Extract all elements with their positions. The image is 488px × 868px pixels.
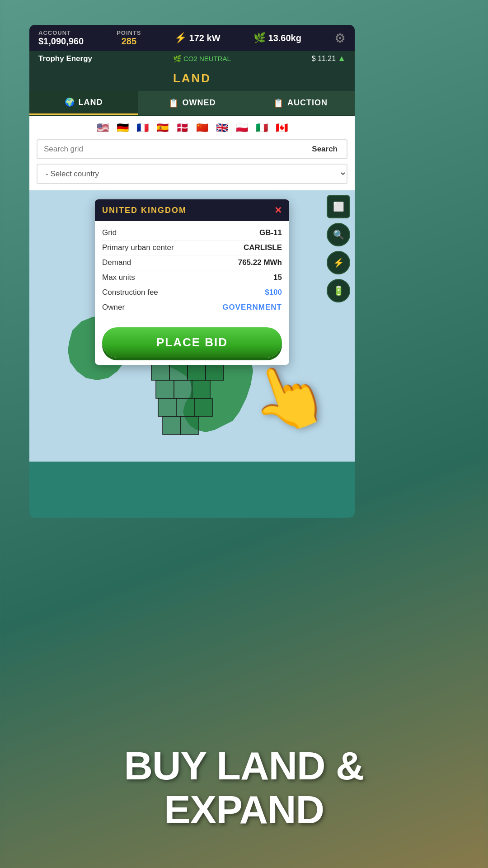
co2-section: 🌿 13.60kg	[253, 32, 301, 44]
svg-rect-45	[194, 398, 212, 416]
popup-body: Grid GB-11 Primary urban center CARLISLE…	[95, 221, 289, 322]
popup-key-maxunits: Max units	[102, 273, 135, 282]
auction-icon: 📋	[273, 98, 284, 108]
co2-neutral-label: CO2 NEUTRAL	[183, 55, 231, 62]
flag-it[interactable]: 🇮🇹	[253, 122, 270, 134]
svg-rect-36	[151, 362, 169, 380]
popup-card: UNITED KINGDOM ✕ Grid GB-11 Primary urba…	[95, 199, 289, 365]
bottom-headline-line1: BUY LAND &	[9, 744, 479, 788]
side-btn-stop[interactable]: ⬜	[327, 195, 350, 218]
map-area: UNITED KINGDOM ✕ Grid GB-11 Primary urba…	[29, 190, 355, 462]
tabs-bar: 🌍 LAND 📋 OWNED 📋 AUCTION	[29, 91, 355, 116]
popup-row-owner: Owner GOVERNMENT	[102, 300, 282, 315]
sub-status-bar: Trophy Energy 🌿 CO2 NEUTRAL $ 11.21 ▲	[29, 51, 355, 66]
country-select[interactable]: - Select country	[37, 164, 347, 184]
points-section: POINTS 285	[117, 29, 141, 47]
svg-rect-47	[181, 416, 199, 434]
power-section: ⚡ 172 kW	[174, 32, 221, 44]
popup-country-name: UNITED KINGDOM	[102, 206, 187, 215]
popup-row-fee: Construction fee $100	[102, 285, 282, 300]
flag-gb[interactable]: 🇬🇧	[214, 122, 230, 134]
svg-rect-43	[158, 398, 176, 416]
flag-fr[interactable]: 🇫🇷	[134, 122, 150, 134]
place-bid-button[interactable]: PLACE BID	[102, 327, 282, 358]
flags-row: 🇺🇸 🇩🇪 🇫🇷 🇪🇸 🇩🇰 🇨🇳 🇬🇧 🇵🇱 🇮🇹 🇨🇦	[37, 122, 347, 134]
leaf-icon: 🌿	[253, 32, 266, 44]
popup-key-center: Primary urban center	[102, 243, 174, 252]
search-input-row: Search	[37, 139, 347, 159]
tab-auction[interactable]: 📋 AUCTION	[246, 91, 355, 115]
points-value: 285	[122, 36, 136, 47]
content-panel: LAND 🌍 LAND 📋 OWNED 📋 AUCTION 🇺🇸 🇩🇪	[29, 66, 355, 462]
tab-land[interactable]: 🌍 LAND	[29, 91, 138, 115]
side-btn-battery[interactable]: 🔋	[327, 279, 350, 302]
flag-ca[interactable]: 🇨🇦	[273, 122, 290, 134]
app-container: ACCOUNT $1,090,960 POINTS 285 ⚡ 172 kW 🌿…	[29, 25, 355, 518]
points-label: POINTS	[117, 29, 141, 36]
side-buttons: ⬜ 🔍 ⚡ 🔋	[327, 195, 350, 302]
bottom-headline-line2: EXPAND	[9, 788, 479, 832]
leaf2-icon: 🌿	[173, 55, 182, 63]
flag-cn[interactable]: 🇨🇳	[194, 122, 210, 134]
search-button[interactable]: Search	[303, 139, 347, 159]
arrow-up-icon: ▲	[338, 54, 346, 63]
status-bar: ACCOUNT $1,090,960 POINTS 285 ⚡ 172 kW 🌿…	[29, 25, 355, 51]
popup-key-demand: Demand	[102, 258, 131, 267]
book-icon: 📋	[169, 98, 179, 108]
tab-land-label: LAND	[79, 98, 103, 107]
price-change: $ 11.21 ▲	[312, 54, 346, 63]
popup-key-owner: Owner	[102, 303, 125, 312]
popup-val-maxunits: 15	[273, 273, 282, 282]
popup-close-button[interactable]: ✕	[274, 205, 282, 216]
svg-rect-38	[188, 362, 206, 380]
account-label: ACCOUNT	[38, 29, 71, 36]
svg-rect-37	[169, 362, 188, 380]
side-btn-zoom[interactable]: 🔍	[327, 223, 350, 246]
land-title: LAND	[173, 71, 211, 85]
account-section: ACCOUNT $1,090,960	[38, 29, 84, 47]
popup-key-fee: Construction fee	[102, 288, 158, 297]
globe-icon: 🌍	[65, 97, 75, 107]
popup-header: UNITED KINGDOM ✕	[95, 199, 289, 221]
bolt-icon: ⚡	[174, 32, 187, 44]
popup-row-demand: Demand 765.22 MWh	[102, 255, 282, 270]
popup-val-demand: 765.22 MWh	[238, 258, 282, 267]
company-name: Trophy Energy	[38, 54, 92, 63]
popup-row-maxunits: Max units 15	[102, 270, 282, 285]
popup-key-grid: Grid	[102, 228, 117, 237]
power-value: 172 kW	[189, 33, 221, 43]
tab-auction-label: AUCTION	[287, 98, 328, 108]
side-btn-power[interactable]: ⚡	[327, 251, 350, 274]
land-title-bar: LAND	[29, 66, 355, 91]
co2-value: 13.60kg	[268, 33, 301, 43]
popup-val-grid: GB-11	[259, 228, 282, 237]
flag-pl[interactable]: 🇵🇱	[234, 122, 250, 134]
account-value: $1,090,960	[38, 36, 84, 47]
popup-val-owner: GOVERNMENT	[222, 303, 282, 312]
price-value: $ 11.21	[312, 55, 336, 63]
popup-row-center: Primary urban center CARLISLE	[102, 241, 282, 255]
flag-es[interactable]: 🇪🇸	[154, 122, 170, 134]
svg-rect-42	[192, 380, 210, 398]
tab-owned-label: OWNED	[183, 98, 216, 108]
popup-val-fee: $100	[265, 288, 282, 297]
flag-dk[interactable]: 🇩🇰	[174, 122, 190, 134]
search-area: 🇺🇸 🇩🇪 🇫🇷 🇪🇸 🇩🇰 🇨🇳 🇬🇧 🇵🇱 🇮🇹 🇨🇦 Search -	[29, 116, 355, 190]
co2-neutral-badge: 🌿 CO2 NEUTRAL	[173, 55, 231, 63]
svg-rect-44	[176, 398, 194, 416]
search-input[interactable]	[37, 139, 303, 159]
svg-rect-40	[156, 380, 174, 398]
settings-icon[interactable]: ⚙	[334, 31, 346, 46]
flag-de[interactable]: 🇩🇪	[114, 122, 131, 134]
svg-rect-41	[174, 380, 192, 398]
tab-owned[interactable]: 📋 OWNED	[138, 91, 246, 115]
flag-us[interactable]: 🇺🇸	[94, 122, 111, 134]
svg-rect-46	[163, 416, 181, 434]
svg-rect-39	[206, 362, 224, 380]
popup-row-grid: Grid GB-11	[102, 226, 282, 241]
bottom-text-area: BUY LAND & EXPAND	[0, 735, 488, 841]
popup-val-center: CARLISLE	[244, 243, 282, 252]
